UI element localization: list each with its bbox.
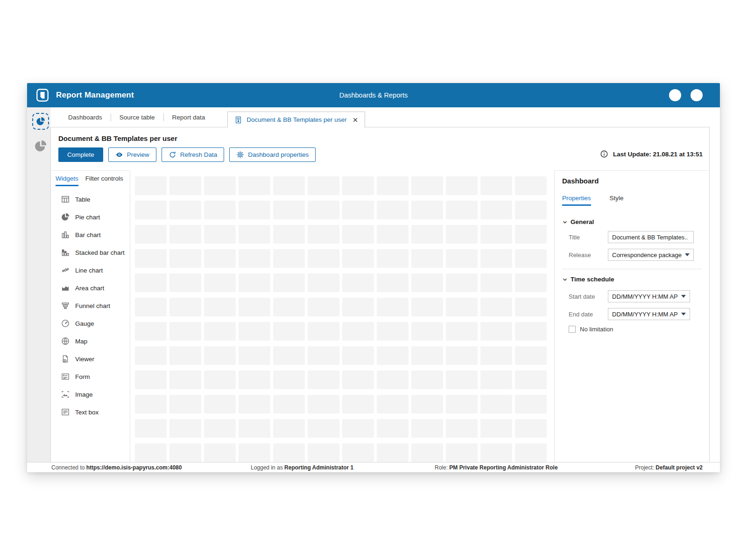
grid-cell bbox=[411, 395, 443, 413]
grid-cell bbox=[169, 273, 201, 292]
grid-cell bbox=[377, 322, 409, 341]
chevron-down-icon bbox=[562, 219, 568, 225]
grid-cell bbox=[480, 225, 512, 244]
app-header: Report Management Dashboards & Reports bbox=[27, 83, 720, 107]
grid-cell bbox=[169, 419, 201, 438]
grid-cell bbox=[169, 346, 201, 365]
no-limitation-checkbox[interactable] bbox=[569, 326, 576, 333]
tab-filter-controls[interactable]: Filter controls bbox=[85, 175, 123, 186]
tab-source-table[interactable]: Source table bbox=[111, 107, 163, 127]
grid-cell bbox=[135, 249, 167, 268]
refresh-data-button[interactable]: Refresh Data bbox=[162, 147, 225, 162]
widget-item-line-chart[interactable]: Line chart bbox=[51, 261, 130, 279]
widget-item-text-box[interactable]: Text box bbox=[51, 403, 130, 421]
tab-report-data[interactable]: Report data bbox=[164, 107, 214, 127]
release-field-label: Release bbox=[562, 252, 608, 259]
grid-cell bbox=[377, 443, 409, 462]
app-title: Report Management bbox=[56, 91, 134, 100]
widget-item-table[interactable]: Table bbox=[51, 190, 130, 208]
grid-cell bbox=[480, 322, 512, 341]
widget-item-stacked-bar-chart[interactable]: Stacked bar chart bbox=[51, 244, 130, 261]
grid-cell bbox=[377, 419, 409, 438]
grid-cell bbox=[515, 249, 547, 268]
widget-item-form[interactable]: Form bbox=[51, 368, 130, 385]
grid-cell bbox=[342, 346, 374, 365]
release-select[interactable]: Correspondence package bbox=[608, 249, 694, 261]
image-icon bbox=[61, 390, 70, 399]
grid-cell bbox=[204, 249, 236, 268]
rail-item-reports[interactable] bbox=[34, 139, 48, 153]
grid-cell bbox=[515, 298, 547, 316]
grid-cell bbox=[239, 395, 270, 413]
grid-cell bbox=[446, 298, 478, 316]
grid-cell bbox=[239, 225, 270, 244]
widget-item-label: Bar chart bbox=[75, 231, 101, 238]
header-center-title: Dashboards & Reports bbox=[339, 91, 408, 99]
grid-cell bbox=[342, 225, 374, 244]
grid-cell bbox=[135, 225, 167, 244]
form-icon bbox=[61, 372, 70, 381]
grid-cell bbox=[308, 201, 339, 219]
grid-cell bbox=[239, 346, 270, 365]
status-connected: Connected to https://demo.isis-papyrus.c… bbox=[51, 464, 182, 471]
section-time-schedule[interactable]: Time schedule bbox=[562, 276, 702, 283]
dashboard-properties-button[interactable]: Dashboard properties bbox=[229, 147, 316, 162]
grid-cell bbox=[480, 346, 512, 365]
grid-cell bbox=[411, 298, 443, 316]
end-date-select[interactable]: DD/MM/YYYY H:MM AP bbox=[608, 308, 690, 320]
grid-cell bbox=[411, 371, 443, 389]
header-circle-button-1[interactable] bbox=[669, 89, 681, 101]
grid-cell bbox=[411, 443, 443, 462]
pie-chart-icon bbox=[35, 116, 46, 126]
grid-cell bbox=[446, 371, 478, 389]
grid-cell bbox=[204, 322, 236, 341]
grid-cell bbox=[446, 273, 478, 292]
grid-cell bbox=[308, 322, 339, 341]
widget-item-gauge[interactable]: Gauge bbox=[51, 315, 130, 332]
complete-button[interactable]: Complete bbox=[58, 147, 103, 162]
widget-item-map[interactable]: Map bbox=[51, 332, 130, 350]
grid-cell bbox=[446, 443, 478, 462]
widget-item-bar-chart[interactable]: Bar chart bbox=[51, 226, 130, 244]
grid-cell bbox=[342, 419, 374, 438]
header-circle-button-2[interactable] bbox=[691, 89, 703, 101]
grid-cell bbox=[480, 419, 512, 438]
properties-panel-title: Dashboard bbox=[562, 177, 702, 185]
preview-button[interactable]: Preview bbox=[108, 147, 156, 162]
dashboard-canvas[interactable] bbox=[130, 170, 555, 462]
grid-cell bbox=[377, 298, 409, 316]
grid-cell bbox=[239, 371, 270, 389]
properties-panel: Dashboard Properties Style General Title… bbox=[554, 170, 709, 462]
title-field-label: Title bbox=[562, 234, 608, 241]
widget-item-label: Form bbox=[75, 373, 90, 380]
start-date-label: Start date bbox=[562, 293, 608, 300]
grid-cell bbox=[204, 176, 236, 195]
widget-item-label: Funnel chart bbox=[75, 302, 110, 309]
grid-cell bbox=[308, 419, 339, 438]
tab-properties[interactable]: Properties bbox=[562, 195, 591, 206]
tab-document-bb-templates-active[interactable]: Document & BB Templates per user bbox=[227, 112, 365, 127]
start-date-select[interactable]: DD/MM/YYYY H:MM AP bbox=[608, 290, 690, 302]
info-icon[interactable] bbox=[600, 150, 608, 158]
widget-item-funnel-chart[interactable]: Funnel chart bbox=[51, 297, 130, 315]
grid-cell bbox=[273, 249, 305, 268]
section-general[interactable]: General bbox=[562, 218, 702, 225]
grid-cell bbox=[446, 322, 478, 341]
rail-item-dashboards-selected[interactable] bbox=[32, 113, 49, 130]
last-update: Last Update: 21.08.21 at 13:51 bbox=[600, 150, 703, 158]
widget-item-image[interactable]: Image bbox=[51, 385, 130, 403]
close-icon[interactable] bbox=[352, 117, 358, 123]
title-input[interactable] bbox=[608, 231, 694, 243]
tab-widgets[interactable]: Widgets bbox=[56, 175, 78, 186]
line-chart-icon bbox=[61, 266, 70, 275]
widget-item-viewer[interactable]: Viewer bbox=[51, 350, 130, 368]
end-date-label: End date bbox=[562, 311, 608, 318]
tab-style[interactable]: Style bbox=[610, 195, 624, 206]
tab-dashboards[interactable]: Dashboards bbox=[60, 107, 111, 127]
app-window: Report Management Dashboards & Reports D… bbox=[27, 83, 720, 472]
grid-cell bbox=[308, 176, 339, 195]
grid-cell bbox=[411, 346, 443, 365]
grid-cell bbox=[204, 346, 236, 365]
widget-item-pie-chart[interactable]: Pie chart bbox=[51, 208, 130, 226]
widget-item-area-chart[interactable]: Area chart bbox=[51, 279, 130, 297]
